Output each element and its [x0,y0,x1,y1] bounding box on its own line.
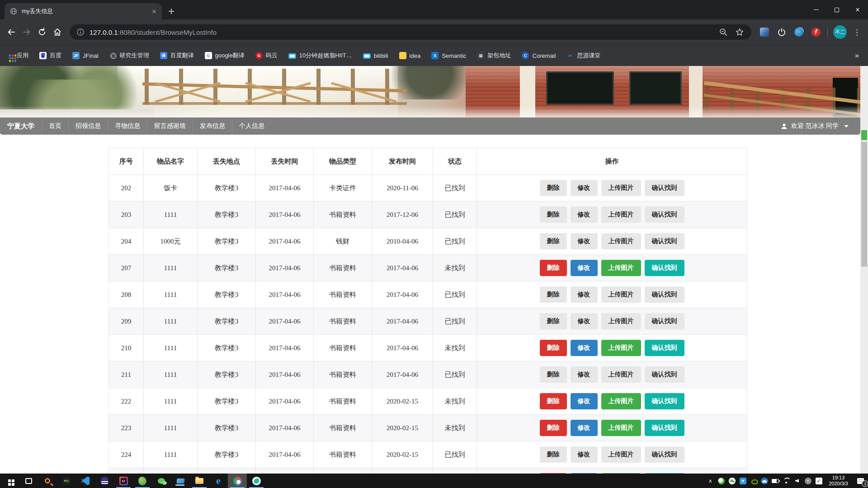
upload-image-button[interactable]: 上传图片 [601,446,641,463]
intellij-taskbar-button[interactable]: IJ [114,474,133,488]
notification-center-button[interactable]: 3 [853,474,868,488]
confirm-found-button[interactable]: 确认找到 [645,206,684,223]
edit-button[interactable]: 修改 [571,286,598,303]
delete-button[interactable]: 删除 [540,286,567,303]
battery-tray-button[interactable] [770,474,781,488]
file-explorer-taskbar-button[interactable] [190,474,209,488]
bookmark-item[interactable]: SSemantic [431,52,466,59]
edit-button[interactable]: 修改 [571,420,598,436]
delete-button[interactable]: 删除 [540,340,567,356]
defender-tray-button[interactable]: ✓ [813,474,824,488]
confirm-found-button[interactable]: 确认找到 [645,233,684,249]
site-brand[interactable]: 宁夏大学 [0,117,42,135]
edge-taskbar-button[interactable]: e [209,474,228,488]
confirm-found-button[interactable]: 确认找到 [645,393,684,409]
confirm-found-button[interactable]: 确认找到 [645,180,684,196]
info-icon[interactable] [77,28,84,36]
nav-item[interactable]: 寻物信息 [108,117,147,135]
upload-image-button[interactable]: 上传图片 [601,260,641,276]
wechat-tray-tray-button[interactable] [726,474,737,488]
start-taskbar-button[interactable] [0,474,19,488]
bookmark-item[interactable]: 译百度翻译 [160,52,194,60]
bookmark-star-icon[interactable] [735,28,744,37]
confirm-found-button[interactable]: 确认找到 [645,340,684,356]
bookmark-item[interactable]: ▦架包地址 [477,52,511,60]
upload-image-button[interactable]: 上传图片 [601,180,641,196]
bookmark-item[interactable]: idea [399,52,421,59]
page-scrollbar[interactable] [860,66,868,474]
scrollbar-thumb[interactable] [861,142,867,267]
edit-button[interactable]: 修改 [571,340,598,356]
upload-image-button[interactable]: 上传图片 [601,286,641,303]
bookmark-item[interactable]: 研究生管理 [109,52,149,60]
x-circle-tray-button[interactable]: × [802,474,813,488]
navicat-taskbar-button[interactable] [133,474,152,488]
upload-image-button[interactable]: 上传图片 [601,393,641,409]
remote-desktop-taskbar-button[interactable] [171,474,190,488]
bookmark-item[interactable]: CCoremail [522,52,556,59]
new-tab-button[interactable]: + [168,6,175,17]
back-button[interactable] [4,24,19,40]
chrome-taskbar-button[interactable] [228,474,247,488]
edit-button[interactable]: 修改 [571,393,598,409]
address-bar[interactable]: 127.0.0.1:8080/student/BrowseMyLostInfo [70,24,751,40]
eclipse-taskbar-button[interactable] [95,474,114,488]
confirm-found-button[interactable]: 确认找到 [645,420,684,436]
nav-item[interactable]: 招领信息 [68,117,108,135]
wechat-taskbar-button[interactable] [152,474,171,488]
reload-button[interactable] [34,24,50,40]
forward-button[interactable] [19,24,34,40]
green-app-tray-button[interactable] [716,474,726,488]
edit-button[interactable]: 修改 [571,233,598,249]
nav-item[interactable]: 留言感谢墙 [147,117,193,135]
delete-button[interactable]: 删除 [540,366,567,383]
bookmark-item[interactable]: 应用 [6,52,28,60]
edit-button[interactable]: 修改 [571,313,598,329]
edit-button[interactable]: 修改 [571,180,598,196]
bookmark-item[interactable]: Ggoogle翻译 [205,52,245,60]
task-view-taskbar-button[interactable] [19,474,38,488]
nvidia-tray-button[interactable] [748,474,759,488]
zoom-out-icon[interactable] [719,28,728,37]
delete-button[interactable]: 删除 [540,233,567,249]
chevron-up-tray-button[interactable]: ∧ [705,474,716,488]
bookmark-item[interactable]: bilibili [363,52,388,59]
screenshot-extension-icon[interactable] [758,26,771,38]
taskbar-clock[interactable]: 19:13 2020/3/3 [829,475,848,487]
delete-button[interactable]: 删除 [540,393,567,409]
window-maximize-button[interactable] [826,0,847,19]
power-extension-icon[interactable] [775,26,788,38]
ev-taskbar-button[interactable] [247,474,266,488]
delete-button[interactable]: 删除 [540,260,567,276]
window-minimize-button[interactable] [806,0,826,19]
profile-avatar[interactable]: 不二 [833,25,847,39]
user-menu[interactable]: 欢迎 范冰冰 同学 [781,117,860,135]
bookmark-item[interactable]: G码云 [255,52,278,60]
delete-button[interactable]: 删除 [540,180,567,196]
bookmarks-overflow-chevron[interactable]: » [855,52,862,60]
delete-button[interactable]: 删除 [540,420,567,436]
edit-button[interactable]: 修改 [571,260,598,276]
upload-image-button[interactable]: 上传图片 [601,366,641,383]
wifi-tray-button[interactable] [781,474,792,488]
bookmark-item[interactable]: 10分钟超燃脂HIIT… [288,52,352,60]
cloud-tray-tray-button[interactable] [759,474,770,488]
browser-tab[interactable]: my丢失信息 × [5,3,162,19]
confirm-found-button[interactable]: 确认找到 [645,366,684,383]
confirm-found-button[interactable]: 确认找到 [645,313,684,329]
bookmark-item[interactable]: ✂思源课堂 [566,52,600,60]
nav-item[interactable]: 个人信息 [232,117,271,135]
upload-image-button[interactable]: 上传图片 [601,313,641,329]
confirm-found-button[interactable]: 确认找到 [645,286,684,303]
delete-button[interactable]: 删除 [540,206,567,223]
window-close-button[interactable]: × [847,0,868,19]
upload-image-button[interactable]: 上传图片 [601,233,641,249]
edit-button[interactable]: 修改 [571,206,598,223]
delete-button[interactable]: 删除 [540,446,567,463]
upload-image-button[interactable]: 上传图片 [601,340,641,356]
delete-button[interactable]: 删除 [540,313,567,329]
edit-button[interactable]: 修改 [571,366,598,383]
home-button[interactable] [50,24,65,40]
edit-button[interactable]: 修改 [571,446,598,463]
nav-item[interactable]: 首页 [42,117,68,135]
